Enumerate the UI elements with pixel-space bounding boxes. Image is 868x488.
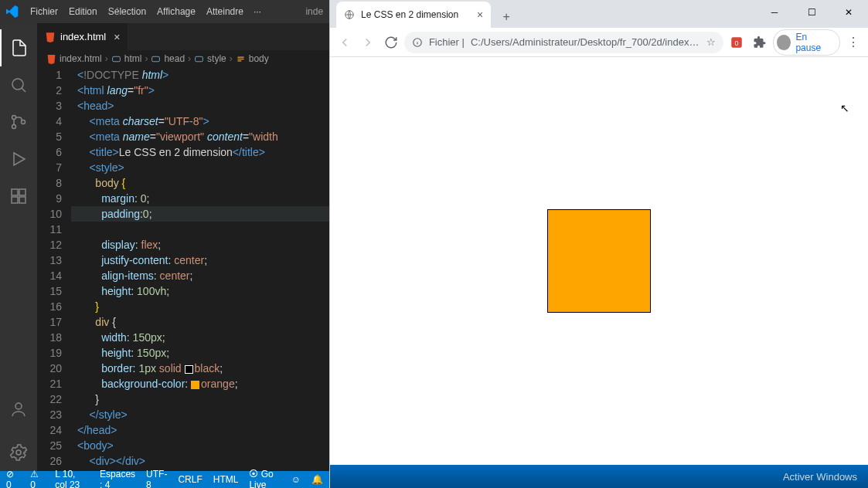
menu-view[interactable]: Affichage xyxy=(151,6,201,17)
status-errors[interactable]: ⊘ 0 xyxy=(6,469,19,488)
rendered-div xyxy=(547,209,651,313)
svg-rect-8 xyxy=(12,197,18,203)
symbol-icon xyxy=(236,54,246,64)
settings-gear-icon[interactable] xyxy=(0,434,37,471)
browser-tab[interactable]: Le CSS en 2 dimension × xyxy=(336,2,491,28)
extensions-puzzle-icon[interactable] xyxy=(750,32,770,53)
svg-text:0: 0 xyxy=(735,39,739,46)
url-text: C:/Users/Administrateur/Desktop/fr_700/2… xyxy=(471,36,700,48)
cursor-icon: ↖ xyxy=(840,102,849,114)
browser-window: ─ ☐ ✕ Le CSS en 2 dimension × + Fichier … xyxy=(329,0,868,488)
forward-button[interactable] xyxy=(358,32,378,53)
status-bell-icon[interactable]: 🔔 xyxy=(311,474,323,485)
titlebar: Fichier Edition Sélection Affichage Atte… xyxy=(0,0,329,23)
menu-overflow[interactable]: ··· xyxy=(249,6,266,17)
menu-selection[interactable]: Sélection xyxy=(103,6,151,17)
svg-point-10 xyxy=(15,403,22,409)
editor-tabs: index.html × xyxy=(37,23,329,50)
close-window-button[interactable]: ✕ xyxy=(831,1,866,24)
info-icon xyxy=(412,37,423,48)
svg-rect-12 xyxy=(112,56,120,62)
profile-label: En pause xyxy=(795,32,832,53)
svg-rect-7 xyxy=(19,189,26,195)
svg-rect-14 xyxy=(196,56,203,62)
tab-label: index.html xyxy=(60,31,106,42)
page-viewport: ↖ xyxy=(330,57,868,465)
avatar xyxy=(777,35,791,50)
html-file-icon xyxy=(45,32,56,42)
status-bar: ⊘ 0 ⚠ 0 L 10, col 23 Espaces : 4 UTF-8 C… xyxy=(0,471,329,488)
reload-button[interactable] xyxy=(381,32,401,53)
browser-menu-icon[interactable]: ⋮ xyxy=(843,32,863,53)
status-cursor[interactable]: L 10, col 23 xyxy=(55,469,89,488)
svg-rect-13 xyxy=(152,56,160,62)
symbol-icon xyxy=(151,54,161,64)
address-bar[interactable]: Fichier | C:/Users/Administrateur/Deskto… xyxy=(404,32,723,53)
status-feedback-icon[interactable]: ☺ xyxy=(291,474,301,485)
windows-taskbar: Activer Windows xyxy=(330,465,868,488)
svg-point-3 xyxy=(12,125,16,129)
status-spaces[interactable]: Espaces : 4 xyxy=(100,469,135,488)
accounts-icon[interactable] xyxy=(0,391,37,428)
menu-edit[interactable]: Edition xyxy=(63,6,103,17)
breadcrumbs[interactable]: index.html› html› head› style› body xyxy=(37,50,329,67)
menu-go[interactable]: Atteindre xyxy=(201,6,249,17)
symbol-icon xyxy=(111,54,121,64)
activate-windows-watermark: Activer Windows xyxy=(783,471,857,483)
explorer-icon[interactable] xyxy=(0,29,37,66)
browser-toolbar: Fichier | C:/Users/Administrateur/Deskto… xyxy=(330,28,868,57)
status-golive[interactable]: ⦿ Go Live xyxy=(249,469,280,488)
code-editor[interactable]: 1234567891011121314151617181920212223242… xyxy=(37,67,329,471)
svg-point-11 xyxy=(16,450,21,455)
window-title: inde xyxy=(305,6,323,17)
html-file-icon xyxy=(46,54,56,64)
tab-close-icon[interactable]: × xyxy=(477,8,483,21)
globe-icon xyxy=(344,9,355,20)
status-warnings[interactable]: ⚠ 0 xyxy=(30,469,44,488)
svg-point-0 xyxy=(12,79,23,90)
minimize-button[interactable]: ─ xyxy=(757,1,792,24)
vscode-logo-icon xyxy=(6,5,19,18)
svg-rect-6 xyxy=(12,189,18,195)
maximize-button[interactable]: ☐ xyxy=(794,1,829,24)
status-eol[interactable]: CRLF xyxy=(178,474,202,485)
back-button[interactable] xyxy=(335,32,355,53)
browser-chrome: ─ ☐ ✕ Le CSS en 2 dimension × + xyxy=(330,0,868,28)
svg-point-2 xyxy=(12,116,16,120)
activity-bar xyxy=(0,23,37,471)
search-icon[interactable] xyxy=(0,66,37,103)
run-debug-icon[interactable] xyxy=(0,141,37,178)
new-tab-button[interactable]: + xyxy=(495,6,517,28)
symbol-icon xyxy=(194,54,204,64)
editor-tab[interactable]: index.html × xyxy=(37,23,128,50)
status-lang[interactable]: HTML xyxy=(213,474,239,485)
tab-title: Le CSS en 2 dimension xyxy=(361,9,471,20)
extension-icon[interactable]: 0 xyxy=(727,32,747,53)
svg-rect-9 xyxy=(19,197,26,203)
url-prefix: Fichier | xyxy=(429,36,465,48)
vscode-window: Fichier Edition Sélection Affichage Atte… xyxy=(0,0,329,488)
svg-marker-5 xyxy=(14,153,25,165)
extensions-icon[interactable] xyxy=(0,178,37,215)
svg-line-1 xyxy=(22,88,26,92)
menu-file[interactable]: Fichier xyxy=(25,6,63,17)
svg-point-4 xyxy=(22,120,26,124)
status-encoding[interactable]: UTF-8 xyxy=(146,469,167,488)
source-control-icon[interactable] xyxy=(0,103,37,141)
bookmark-star-icon[interactable]: ☆ xyxy=(706,36,716,48)
close-icon[interactable]: × xyxy=(114,31,120,43)
editor-group: index.html × index.html› html› head› sty… xyxy=(37,23,329,471)
profile-chip[interactable]: En pause xyxy=(773,29,840,56)
